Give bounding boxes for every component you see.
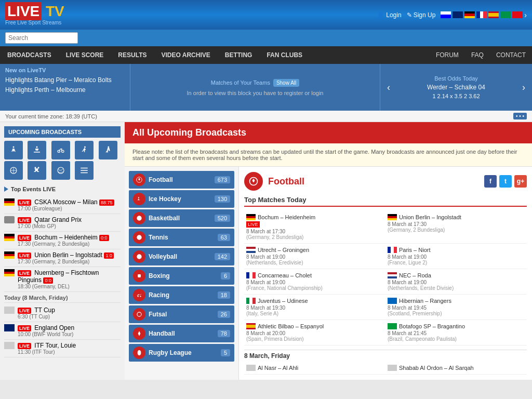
- sport-icon-volleyball[interactable]: [51, 161, 70, 180]
- flag-gb[interactable]: [453, 11, 463, 18]
- flag-it2[interactable]: [500, 11, 511, 18]
- svg-rect-23: [138, 274, 141, 277]
- sports-list: Football 673 Ice Hockey 130 Basketball 5…: [125, 167, 239, 380]
- flag-fr2[interactable]: [476, 11, 487, 18]
- sport-icon-athletics[interactable]: [4, 141, 23, 159]
- svg-rect-15: [81, 172, 88, 174]
- sport-row-futsal[interactable]: Futsal 26: [129, 305, 234, 323]
- match-name-concarneau[interactable]: Concarneau – Cholet: [258, 272, 312, 278]
- nav-videoarchive[interactable]: Video Archive: [154, 46, 217, 64]
- match-league-paris: (France, Ligue 2): [388, 260, 525, 265]
- nav-broadcasts[interactable]: Broadcasts: [0, 46, 59, 64]
- sport-row-basketball[interactable]: Basketball 520: [129, 209, 234, 227]
- main-layout: Upcoming Broadcasts: [0, 122, 532, 380]
- event-name-qatar[interactable]: LIVE Qatar Grand Prix: [18, 216, 121, 223]
- flag-es2[interactable]: [488, 11, 499, 18]
- event-bochum: LIVE Bochum – Heidenheim 0:0 17:30 (Germ…: [4, 232, 121, 249]
- svg-point-25: [140, 296, 141, 297]
- signup-link[interactable]: ✎ Sign Up: [407, 11, 436, 19]
- match-name-nec[interactable]: NEC – Roda: [399, 272, 431, 278]
- football-detail: Football f t g+ Top Matches Today Bochum…: [239, 167, 532, 380]
- match-name-shabab[interactable]: Shabab Al Ordon – Al Sarqah: [399, 365, 474, 371]
- highlight-link-2[interactable]: Highlights Perth – Melbourne: [5, 85, 125, 95]
- sport-icon-wrestling[interactable]: [28, 161, 46, 180]
- sport-row-boxing[interactable]: Boxing 6: [129, 267, 234, 285]
- match-teams-shabab: Shabab Al Ordon – Al Sarqah: [388, 365, 525, 371]
- odds-prev-button[interactable]: ‹: [384, 82, 393, 93]
- sport-count-racing: 18: [218, 291, 230, 299]
- search-input[interactable]: [5, 32, 78, 44]
- flag-tr[interactable]: [512, 11, 523, 18]
- sport-count-rugbyleague: 5: [221, 349, 230, 356]
- sport-row-football[interactable]: Football 673: [129, 171, 234, 189]
- svg-marker-29: [252, 179, 255, 182]
- match-teams-hibernian: Hibernian – Rangers: [388, 298, 525, 304]
- facebook-button[interactable]: f: [484, 175, 497, 188]
- match-name-botafogo[interactable]: Botafogo SP – Bragantino: [399, 323, 465, 329]
- nav-fanclubs[interactable]: Fan Clubs: [259, 46, 310, 64]
- highlight-link-1[interactable]: Highlights Batang Pier – Meralco Bolts: [5, 75, 125, 85]
- match-name-alnasr[interactable]: Al Nasr – Al Ahli: [258, 365, 298, 371]
- logo: LIVE TV Free Live Sport Streams: [5, 4, 64, 25]
- sidebar-title: Upcoming Broadcasts: [4, 126, 121, 138]
- match-name-paris[interactable]: Paris – Niort: [399, 247, 431, 253]
- header: LIVE TV Free Live Sport Streams 👤 Login …: [0, 0, 532, 30]
- sport-row-rugbyleague[interactable]: Rugby League 5: [129, 344, 234, 362]
- event-name-bochum[interactable]: LIVE Bochum – Heidenheim 0:0: [18, 234, 121, 241]
- googleplus-button[interactable]: g+: [514, 175, 527, 188]
- sport-row-volleyball[interactable]: Volleyball 142: [129, 248, 234, 265]
- match-name-union[interactable]: Union Berlin – Ingolstadt: [399, 214, 461, 220]
- event-flag-bochum: [4, 234, 15, 241]
- sport-row-icehockey[interactable]: Ice Hockey 130: [129, 190, 234, 208]
- flag-ru[interactable]: [441, 11, 451, 18]
- sport-row-racing[interactable]: Racing 18: [129, 286, 234, 304]
- show-all-toggle[interactable]: Show All: [273, 79, 299, 87]
- event-name-cska[interactable]: LIVE CSKA Moscow – Milan 88:75: [18, 198, 121, 206]
- score-nuernberg: 0:0: [43, 277, 53, 284]
- match-name-juventus[interactable]: Juventus – Udinese: [258, 298, 308, 304]
- nav-forum[interactable]: Forum: [430, 46, 465, 64]
- nav-faq[interactable]: FAQ: [465, 46, 490, 64]
- more-flags[interactable]: ›: [524, 11, 527, 19]
- event-time-ttcup: 6:30 (TT Cup): [18, 314, 121, 320]
- event-name-ttcup[interactable]: LIVE TT Cup: [18, 307, 121, 314]
- sport-row-tennis[interactable]: Tennis 63: [129, 229, 234, 246]
- login-link[interactable]: 👤 Login: [377, 11, 401, 19]
- odds-next-button[interactable]: ›: [520, 82, 528, 93]
- top-matches-header: Top Matches Today: [244, 196, 527, 207]
- event-name-nuernberg[interactable]: LIVE Nuernberg – Fischtown Pinguins 0:0: [18, 269, 121, 284]
- sport-icon-swimming[interactable]: [28, 141, 46, 159]
- sport-row-handball[interactable]: Handball 78: [129, 325, 234, 342]
- match-time-botafogo: 8 March at 21:45: [388, 330, 525, 336]
- twitter-button[interactable]: t: [499, 175, 512, 188]
- match-name-athletic[interactable]: Athletic Bilbao – Espanyol: [258, 323, 324, 329]
- nav-results[interactable]: Results: [111, 46, 154, 64]
- sport-icon-menu[interactable]: [75, 161, 94, 180]
- nav-contact[interactable]: Contact: [490, 46, 532, 64]
- event-info-bochum: LIVE Bochum – Heidenheim 0:0 17:30 (Germ…: [18, 234, 121, 247]
- flag-de2[interactable]: [464, 11, 475, 18]
- flag-alnasr: [246, 365, 256, 371]
- sport-icon-equestrian[interactable]: [99, 141, 117, 159]
- nav-betting[interactable]: Betting: [218, 46, 260, 64]
- flag-utrecht: [246, 247, 256, 253]
- live-badge-qatar: LIVE: [18, 217, 31, 223]
- logo-tv: TV: [42, 3, 64, 19]
- more-options[interactable]: • • •: [513, 113, 527, 119]
- match-teams-botafogo: Botafogo SP – Bragantino: [388, 323, 525, 329]
- nav-livescore[interactable]: Live Score: [59, 46, 111, 64]
- sport-icon-basketball[interactable]: [4, 161, 23, 180]
- sport-count-futsal: 26: [218, 311, 230, 318]
- event-name-itf[interactable]: LIVE ITF Tour, Louie: [18, 342, 121, 349]
- event-name-england[interactable]: LIVE England Open: [18, 324, 121, 331]
- sport-name-football: Football: [149, 176, 211, 183]
- sport-name-racing: Racing: [149, 291, 215, 299]
- match-bochum: Bochum – Heidenheim LIVE 8 March at 17:3…: [244, 211, 385, 244]
- sport-icon-cycling[interactable]: [51, 141, 70, 159]
- event-name-union[interactable]: LIVE Union Berlin – Ingolstadt 1:0: [18, 251, 121, 259]
- match-name-utrecht[interactable]: Utrecht – Groningen: [258, 247, 309, 253]
- live-badge-union: LIVE: [18, 252, 31, 259]
- match-name-hibernian[interactable]: Hibernian – Rangers: [399, 298, 451, 304]
- match-name-bochum[interactable]: Bochum – Heidenheim: [258, 214, 315, 220]
- sport-icon-running[interactable]: [75, 141, 94, 159]
